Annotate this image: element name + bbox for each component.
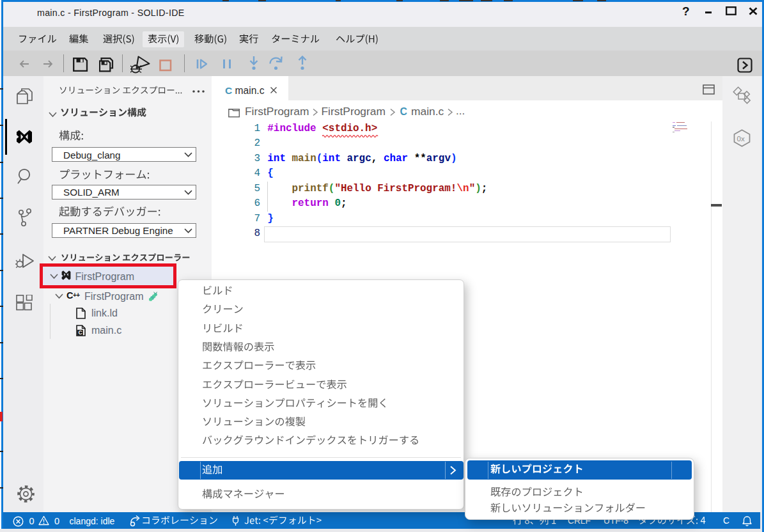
- svg-text:0x: 0x: [737, 135, 745, 143]
- svg-text:C: C: [79, 329, 82, 336]
